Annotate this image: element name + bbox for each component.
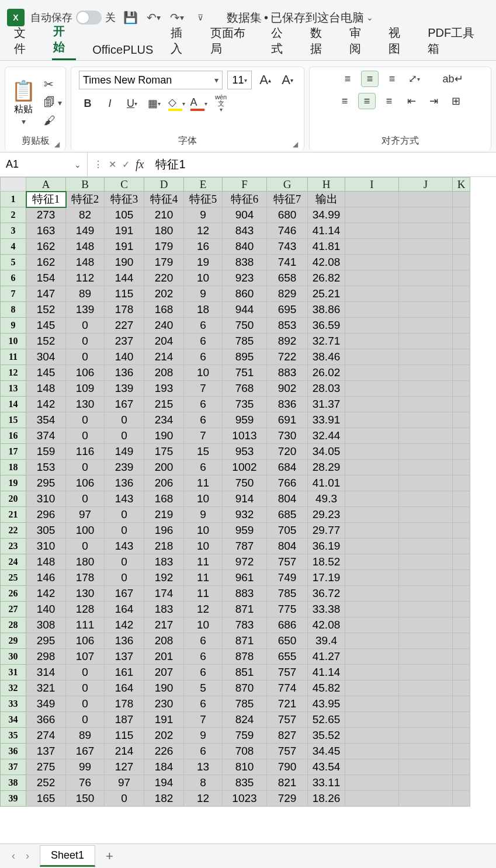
row-header-17[interactable]: 17 <box>1 444 26 460</box>
cell-J12[interactable] <box>399 365 453 381</box>
cell-G8[interactable]: 695 <box>267 302 308 318</box>
cell-H17[interactable]: 34.05 <box>308 444 345 460</box>
cell-G24[interactable]: 757 <box>267 554 308 570</box>
cell-H34[interactable]: 52.65 <box>308 712 345 728</box>
cell-H10[interactable]: 32.71 <box>308 334 345 349</box>
cell-H12[interactable]: 26.02 <box>308 365 345 381</box>
cell-C37[interactable]: 127 <box>105 759 144 775</box>
sheet-nav-next[interactable]: › <box>26 850 29 862</box>
cell-C27[interactable]: 164 <box>105 602 144 617</box>
toggle-icon[interactable] <box>76 11 102 25</box>
cell-I12[interactable] <box>345 365 399 381</box>
cell-D1[interactable]: 特征4 <box>144 192 184 207</box>
cell-J11[interactable] <box>399 349 453 365</box>
cell-C13[interactable]: 139 <box>105 381 144 397</box>
row-header-3[interactable]: 3 <box>1 223 26 239</box>
cell-D13[interactable]: 193 <box>144 381 184 397</box>
cell-B35[interactable]: 89 <box>66 728 105 744</box>
cell-F39[interactable]: 1023 <box>223 791 267 807</box>
cell-G21[interactable]: 685 <box>267 507 308 523</box>
cell-I20[interactable] <box>345 491 399 507</box>
row-header-23[interactable]: 23 <box>1 539 26 554</box>
cell-C35[interactable]: 115 <box>105 728 144 744</box>
cell-K25[interactable] <box>453 570 470 586</box>
cell-F7[interactable]: 860 <box>223 286 267 302</box>
cell-E27[interactable]: 12 <box>184 602 223 617</box>
cell-E9[interactable]: 6 <box>184 318 223 334</box>
cell-J31[interactable] <box>399 665 453 680</box>
cell-K5[interactable] <box>453 255 470 270</box>
cell-C20[interactable]: 143 <box>105 491 144 507</box>
cell-H5[interactable]: 42.08 <box>308 255 345 270</box>
cell-B19[interactable]: 106 <box>66 475 105 491</box>
name-box[interactable]: A1⌄ <box>0 152 88 176</box>
add-sheet-button[interactable]: + <box>106 849 113 864</box>
phonetic-button[interactable]: wén文▾ <box>212 95 230 112</box>
cell-H24[interactable]: 18.52 <box>308 554 345 570</box>
cell-J36[interactable] <box>399 744 453 759</box>
cell-D10[interactable]: 204 <box>144 334 184 349</box>
cell-D38[interactable]: 194 <box>144 775 184 791</box>
orientation-button[interactable]: ⤢▾ <box>405 71 423 87</box>
cell-B13[interactable]: 109 <box>66 381 105 397</box>
cell-F11[interactable]: 895 <box>223 349 267 365</box>
cell-J21[interactable] <box>399 507 453 523</box>
cell-D20[interactable]: 168 <box>144 491 184 507</box>
cell-A26[interactable]: 142 <box>26 586 66 602</box>
cell-A5[interactable]: 162 <box>26 255 66 270</box>
cell-A13[interactable]: 148 <box>26 381 66 397</box>
cell-H4[interactable]: 41.81 <box>308 239 345 255</box>
cell-G12[interactable]: 883 <box>267 365 308 381</box>
cell-K23[interactable] <box>453 539 470 554</box>
cell-E35[interactable]: 9 <box>184 728 223 744</box>
cell-E38[interactable]: 8 <box>184 775 223 791</box>
cell-J33[interactable] <box>399 696 453 712</box>
cell-I22[interactable] <box>345 523 399 539</box>
cell-K16[interactable] <box>453 428 470 444</box>
row-header-37[interactable]: 37 <box>1 759 26 775</box>
cell-C29[interactable]: 136 <box>105 633 144 649</box>
cell-E25[interactable]: 11 <box>184 570 223 586</box>
cell-E21[interactable]: 9 <box>184 507 223 523</box>
cell-E34[interactable]: 7 <box>184 712 223 728</box>
cell-G9[interactable]: 853 <box>267 318 308 334</box>
cell-E37[interactable]: 13 <box>184 759 223 775</box>
cell-H29[interactable]: 39.4 <box>308 633 345 649</box>
row-header-30[interactable]: 30 <box>1 649 26 665</box>
cell-D33[interactable]: 230 <box>144 696 184 712</box>
row-header-22[interactable]: 22 <box>1 523 26 539</box>
cell-E6[interactable]: 10 <box>184 270 223 286</box>
tab-officeplus[interactable]: OfficePLUS <box>91 40 154 60</box>
cell-F18[interactable]: 1002 <box>223 460 267 475</box>
cell-B18[interactable]: 0 <box>66 460 105 475</box>
cell-E24[interactable]: 11 <box>184 554 223 570</box>
cell-K1[interactable] <box>453 192 470 207</box>
cell-B10[interactable]: 0 <box>66 334 105 349</box>
cell-D4[interactable]: 179 <box>144 239 184 255</box>
cell-J7[interactable] <box>399 286 453 302</box>
cell-C2[interactable]: 105 <box>105 207 144 223</box>
cell-J39[interactable] <box>399 791 453 807</box>
row-header-27[interactable]: 27 <box>1 602 26 617</box>
col-header-H[interactable]: H <box>308 178 345 192</box>
cell-E17[interactable]: 15 <box>184 444 223 460</box>
cell-C7[interactable]: 115 <box>105 286 144 302</box>
cell-K18[interactable] <box>453 460 470 475</box>
cell-G20[interactable]: 804 <box>267 491 308 507</box>
cell-D39[interactable]: 182 <box>144 791 184 807</box>
row-header-10[interactable]: 10 <box>1 334 26 349</box>
cell-K20[interactable] <box>453 491 470 507</box>
cell-K3[interactable] <box>453 223 470 239</box>
row-header-24[interactable]: 24 <box>1 554 26 570</box>
cell-B1[interactable]: 特征2 <box>66 192 105 207</box>
cell-J22[interactable] <box>399 523 453 539</box>
cell-B22[interactable]: 100 <box>66 523 105 539</box>
cell-D26[interactable]: 174 <box>144 586 184 602</box>
row-header-26[interactable]: 26 <box>1 586 26 602</box>
cell-F8[interactable]: 944 <box>223 302 267 318</box>
cell-F2[interactable]: 904 <box>223 207 267 223</box>
cell-G34[interactable]: 757 <box>267 712 308 728</box>
cell-E15[interactable]: 6 <box>184 412 223 428</box>
cell-D3[interactable]: 180 <box>144 223 184 239</box>
cell-J5[interactable] <box>399 255 453 270</box>
